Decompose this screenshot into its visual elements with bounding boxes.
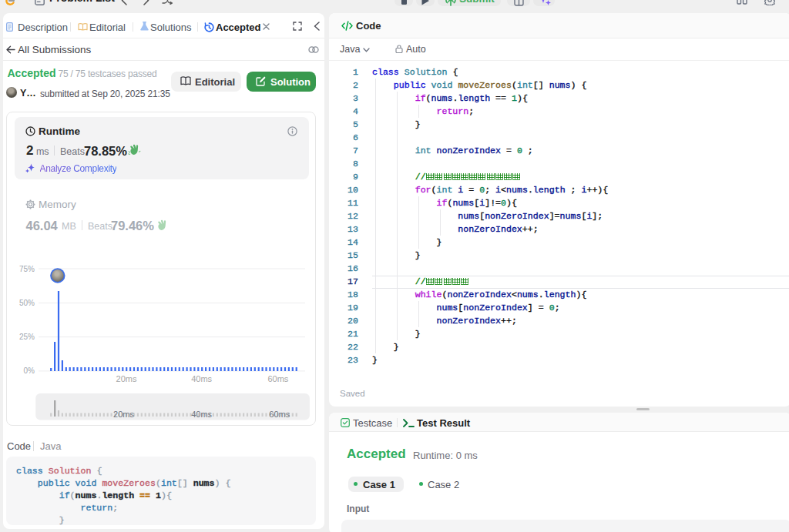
svg-text:20ms: 20ms	[113, 410, 134, 419]
svg-text:75%: 75%	[19, 265, 35, 273]
svg-text:40ms: 40ms	[191, 410, 212, 419]
svg-text:25%: 25%	[19, 333, 35, 341]
svg-text:0%: 0%	[24, 366, 35, 375]
svg-text:20ms: 20ms	[116, 374, 137, 383]
svg-text:40ms: 40ms	[191, 374, 212, 383]
svg-text:60ms: 60ms	[269, 410, 290, 419]
svg-text:60ms: 60ms	[267, 374, 288, 383]
svg-text:50%: 50%	[19, 299, 35, 307]
